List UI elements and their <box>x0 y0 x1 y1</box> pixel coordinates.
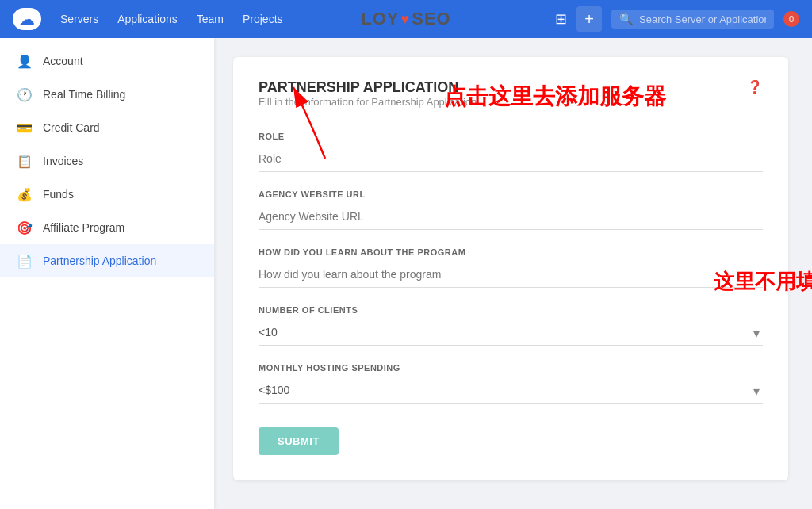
main-layout: 👤 Account 🕐 Real Time Billing 💳 Credit C… <box>0 38 812 509</box>
sidebar-item-real-time-billing[interactable]: 🕐 Real Time Billing <box>0 78 214 111</box>
form-card-header: PARTNERSHIP APPLICATION Fill in the info… <box>259 79 763 127</box>
logo-seo: SEO <box>412 9 450 29</box>
learn-label: HOW DID YOU LEARN ABOUT THE PROGRAM <box>259 247 763 257</box>
sidebar-item-billing-label: Real Time Billing <box>43 88 125 101</box>
role-label: ROLE <box>259 132 763 141</box>
nav-servers[interactable]: Servers <box>60 13 98 25</box>
sidebar-item-credit-card[interactable]: 💳 Credit Card <box>0 111 214 144</box>
hosting-select-wrapper: <$100 $100-$500 $500-$1000 >$1000 ▾ <box>259 377 763 404</box>
form-card-title: PARTNERSHIP APPLICATION <box>259 79 477 96</box>
sidebar-item-account[interactable]: 👤 Account <box>0 44 214 78</box>
funds-icon: 💰 <box>16 186 33 203</box>
invoice-icon: 📋 <box>16 152 33 170</box>
sidebar-item-funds-label: Funds <box>43 188 74 201</box>
clients-label: NUMBER OF CLIENTS <box>259 305 763 315</box>
sidebar-item-invoices-label: Invoices <box>43 155 83 167</box>
add-button[interactable]: + <box>576 6 602 32</box>
grid-icon[interactable]: ⊞ <box>555 10 567 28</box>
billing-icon: 🕐 <box>16 86 33 103</box>
logo-heart-icon: ♥ <box>401 11 411 28</box>
brand-logo: LOY ♥ SEO <box>361 9 450 29</box>
learn-group: HOW DID YOU LEARN ABOUT THE PROGRAM <box>259 247 763 288</box>
card-icon: 💳 <box>16 119 33 136</box>
sidebar: 👤 Account 🕐 Real Time Billing 💳 Credit C… <box>0 38 214 509</box>
agency-input[interactable] <box>259 204 763 230</box>
hosting-select[interactable]: <$100 $100-$500 $500-$1000 >$1000 <box>259 377 763 404</box>
sidebar-item-partnership-label: Partnership Application <box>43 254 156 267</box>
notification-badge[interactable]: 0 <box>783 11 799 27</box>
form-card: PARTNERSHIP APPLICATION Fill in the info… <box>233 57 788 480</box>
sidebar-item-affiliate-program[interactable]: 🎯 Affiliate Program <box>0 211 214 244</box>
search-icon: 🔍 <box>619 13 633 25</box>
form-title: PARTNERSHIP APPLICATION Fill in the info… <box>259 79 477 127</box>
sidebar-item-invoices[interactable]: 📋 Invoices <box>0 144 214 178</box>
search-input[interactable] <box>639 13 766 25</box>
role-group: ROLE <box>259 132 763 172</box>
nav-applications[interactable]: Applications <box>117 13 178 25</box>
content-area: 点击这里去添加服务器 这里不用填 PARTNERSHIP APPLICATION… <box>214 38 812 509</box>
clients-group: NUMBER OF CLIENTS <10 10-50 50-100 >100 … <box>259 305 763 346</box>
hosting-group: MONTHLY HOSTING SPENDING <$100 $100-$500… <box>259 363 763 404</box>
learn-input[interactable] <box>259 262 763 288</box>
logo <box>13 8 41 30</box>
sidebar-item-account-label: Account <box>43 55 83 67</box>
search-bar: 🔍 <box>611 10 774 29</box>
topnav: Servers Applications Team Projects LOY ♥… <box>0 0 812 38</box>
affiliate-icon: 🎯 <box>16 219 33 236</box>
sidebar-item-funds[interactable]: 💰 Funds <box>0 178 214 211</box>
topnav-right: ⊞ + 🔍 0 <box>555 6 799 32</box>
role-input[interactable] <box>259 146 763 172</box>
help-icon[interactable]: ❓ <box>747 79 763 94</box>
nav-links: Servers Applications Team Projects <box>60 12 283 26</box>
clients-select-wrapper: <10 10-50 50-100 >100 ▾ <box>259 320 763 346</box>
nav-projects[interactable]: Projects <box>243 13 283 25</box>
submit-button[interactable]: SUBMIT <box>259 427 339 455</box>
account-icon: 👤 <box>16 52 33 70</box>
agency-group: AGENCY WEBSITE URL <box>259 189 763 230</box>
agency-label: AGENCY WEBSITE URL <box>259 189 763 199</box>
sidebar-item-affiliate-label: Affiliate Program <box>43 221 124 234</box>
hosting-label: MONTHLY HOSTING SPENDING <box>259 363 763 373</box>
logo-loy: LOY <box>361 9 399 29</box>
sidebar-item-partnership-application[interactable]: 📄 Partnership Application <box>0 244 214 277</box>
nav-team[interactable]: Team <box>197 13 224 25</box>
cloud-icon <box>13 8 41 30</box>
sidebar-item-card-label: Credit Card <box>43 121 100 134</box>
partnership-icon: 📄 <box>16 252 33 270</box>
clients-select[interactable]: <10 10-50 50-100 >100 <box>259 320 763 346</box>
form-card-subtitle: Fill in the information for Partnership … <box>259 96 477 108</box>
